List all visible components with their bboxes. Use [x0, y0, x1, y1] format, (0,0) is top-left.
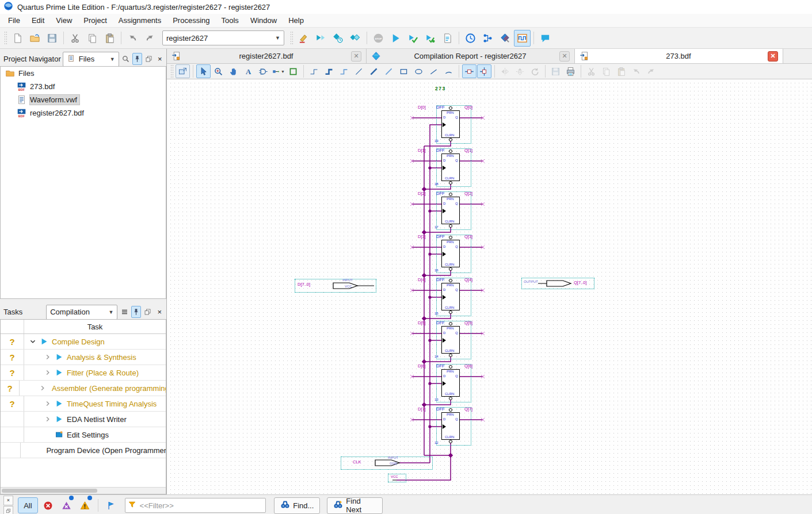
project-combobox[interactable]: register2627▼: [162, 30, 284, 45]
new-file-button[interactable]: [9, 30, 26, 47]
orth-conduit-tool[interactable]: [337, 64, 351, 78]
panel-splitter[interactable]: [0, 299, 166, 305]
expander-collapsed-icon[interactable]: [44, 400, 52, 407]
expander-collapsed-icon[interactable]: [44, 369, 52, 376]
paste-tool[interactable]: [614, 64, 628, 78]
paste-button[interactable]: [101, 30, 118, 47]
cut-tool[interactable]: [584, 64, 598, 78]
float-icon[interactable]: [143, 306, 153, 318]
menu-tools[interactable]: Tools: [216, 15, 245, 26]
netlist-viewer-button[interactable]: [479, 30, 496, 47]
tab-273-bdf[interactable]: 273.bdf✕: [575, 49, 783, 63]
zoom-tool[interactable]: [211, 64, 226, 78]
close-icon[interactable]: ×: [155, 53, 165, 65]
open-file-button[interactable]: [26, 30, 43, 47]
undo-tool[interactable]: [629, 64, 643, 78]
programmer-button[interactable]: [497, 30, 513, 47]
start-incremental-button[interactable]: [422, 30, 439, 47]
partition-button[interactable]: [347, 30, 364, 47]
float-icon[interactable]: [3, 506, 13, 514]
ellipse-tool[interactable]: [411, 64, 426, 78]
expander-collapsed-icon[interactable]: [44, 416, 52, 423]
scrollbar-thumb[interactable]: [2, 489, 97, 493]
diag-conduit-tool[interactable]: [382, 64, 396, 78]
detach-tool[interactable]: [176, 64, 190, 78]
menu-project[interactable]: Project: [78, 15, 112, 26]
rect-tool[interactable]: [397, 64, 411, 78]
assignment-pencil-button[interactable]: [295, 30, 312, 47]
tab-close-icon[interactable]: ✕: [768, 51, 778, 62]
all-messages-button[interactable]: All: [18, 497, 38, 513]
flip-v-tool[interactable]: [513, 64, 527, 78]
block-tool[interactable]: [286, 64, 300, 78]
tab-compilation-report-register2627[interactable]: Compilation Report - register2627✕: [367, 49, 575, 63]
file-item-273-bdf[interactable]: BDF273.bdf: [1, 80, 166, 93]
task-row-edit-settings[interactable]: Edit Settings: [1, 427, 166, 443]
cut-button[interactable]: [67, 30, 83, 47]
close-icon[interactable]: ×: [155, 306, 165, 318]
navigator-mode-combobox[interactable]: Files ▼: [63, 52, 119, 67]
arc-tool[interactable]: [441, 64, 456, 78]
menu-view[interactable]: View: [50, 15, 78, 26]
hamburger-menu-icon[interactable]: [119, 306, 129, 318]
task-row-compile-design[interactable]: ?Compile Design: [1, 334, 166, 350]
tab-register2627-bdf[interactable]: register2627.bdf✕: [167, 49, 367, 63]
start-compilation-button[interactable]: [387, 30, 404, 47]
find-button[interactable]: Find...: [274, 497, 320, 514]
redo-button[interactable]: [142, 30, 158, 47]
pin-icon[interactable]: [131, 306, 141, 318]
rotate-tool[interactable]: [528, 64, 542, 78]
menu-help[interactable]: Help: [283, 15, 310, 26]
redo-tool[interactable]: [644, 64, 658, 78]
toolbar-handle[interactable]: [4, 31, 7, 45]
task-row-program-device-open-programmer[interactable]: Program Device (Open Programmer): [1, 443, 166, 458]
select-tool[interactable]: [196, 64, 211, 78]
simulator-button[interactable]: [514, 30, 531, 47]
diag-bus-tool[interactable]: [367, 64, 381, 78]
expander-collapsed-icon[interactable]: [39, 385, 46, 392]
menu-file[interactable]: File: [2, 15, 26, 26]
close-icon[interactable]: ×: [3, 496, 13, 505]
menu-window[interactable]: Window: [245, 15, 283, 26]
timing-clock-button[interactable]: [462, 30, 479, 47]
tasks-horizontal-scrollbar[interactable]: [1, 487, 166, 494]
timing-wizard-button[interactable]: [330, 30, 346, 47]
diag-node-tool[interactable]: [352, 64, 366, 78]
toolbar-handle[interactable]: [170, 64, 173, 78]
search-icon[interactable]: [121, 53, 131, 65]
orth-node-tool[interactable]: [307, 64, 321, 78]
text-tool[interactable]: A: [241, 64, 256, 78]
file-item-waveform-vwf[interactable]: Waveform.vwf: [1, 93, 166, 106]
menu-processing[interactable]: Processing: [167, 15, 215, 26]
file-item-register2627-bdf[interactable]: BDFregister2627.bdf: [1, 106, 166, 120]
rubberband-v-tool[interactable]: [477, 64, 491, 78]
task-row-analysis-synthesis[interactable]: ?Analysis & Synthesis: [1, 350, 166, 365]
save-button[interactable]: [44, 30, 60, 47]
save-tool[interactable]: [548, 64, 563, 78]
symbol-tool[interactable]: [256, 64, 270, 78]
filter-funnel-icon[interactable]: [128, 500, 136, 511]
menu-assignments[interactable]: Assignments: [113, 15, 167, 26]
line-tool[interactable]: [426, 64, 441, 78]
undo-button[interactable]: [124, 30, 141, 47]
comment-button[interactable]: [537, 30, 554, 47]
tasks-flow-combobox[interactable]: Compilation ▼: [46, 305, 117, 320]
filter-input[interactable]: [139, 501, 264, 511]
schematic-canvas[interactable]: DFFPRNCLRNDQ19D[0]Q[0]DFFPRNCLRNDQ18D[1]…: [167, 79, 812, 494]
float-icon[interactable]: [144, 53, 154, 65]
tab-close-icon[interactable]: ✕: [559, 51, 570, 62]
synthesis-button[interactable]: [312, 30, 329, 47]
tree-root-files[interactable]: Files: [1, 67, 166, 80]
report-button[interactable]: [439, 30, 456, 47]
stop-button[interactable]: STOP: [370, 30, 387, 47]
tab-close-icon[interactable]: ✕: [351, 51, 361, 62]
toolbar-handle[interactable]: [290, 31, 293, 45]
copy-tool[interactable]: [599, 64, 613, 78]
task-row-eda-netlist-writer[interactable]: EDA Netlist Writer: [1, 412, 166, 427]
flip-h-tool[interactable]: [498, 64, 512, 78]
pin-icon[interactable]: [132, 53, 142, 65]
error-icon[interactable]: [40, 497, 56, 513]
expander-expanded-icon[interactable]: [29, 338, 37, 345]
critical-warning-icon[interactable]: [59, 497, 75, 513]
pin-tool-tool[interactable]: ▼: [271, 64, 285, 78]
